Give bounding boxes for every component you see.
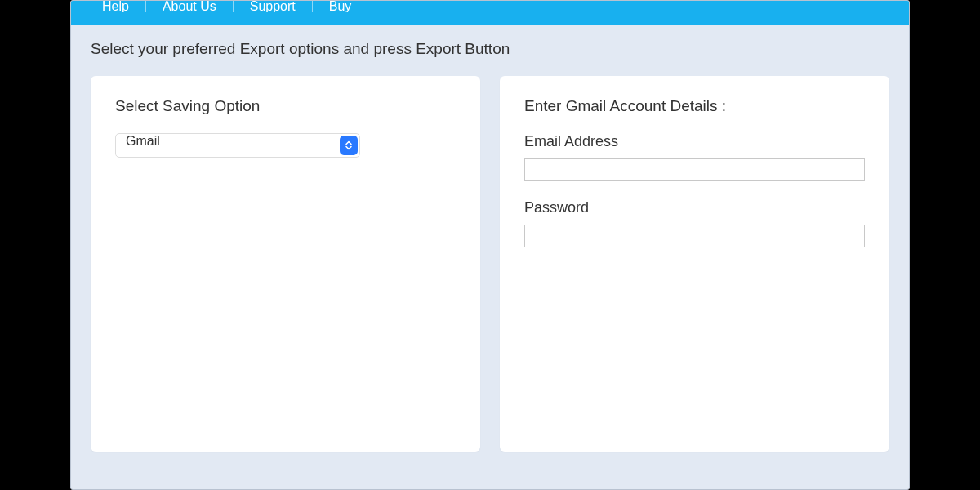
saving-option-select[interactable]: Gmail	[115, 133, 360, 158]
account-details-title: Enter Gmail Account Details :	[524, 97, 865, 115]
password-label: Password	[524, 199, 865, 216]
email-input[interactable]	[524, 158, 865, 181]
saving-option-title: Select Saving Option	[115, 97, 456, 115]
instruction-text: Select your preferred Export options and…	[91, 40, 889, 58]
email-field-group: Email Address	[524, 133, 865, 181]
top-menu: Help About Us Support Buy	[71, 1, 909, 25]
menu-support[interactable]: Support	[234, 1, 313, 12]
password-field-group: Password	[524, 199, 865, 247]
password-input[interactable]	[524, 225, 865, 247]
menu-help[interactable]: Help	[86, 1, 146, 12]
saving-option-panel: Select Saving Option Gmail	[91, 76, 480, 452]
content-area: Select your preferred Export options and…	[71, 25, 909, 466]
menu-buy[interactable]: Buy	[313, 1, 368, 12]
account-details-panel: Enter Gmail Account Details : Email Addr…	[500, 76, 889, 452]
saving-option-select-wrapper: Gmail	[115, 133, 360, 158]
panels-container: Select Saving Option Gmail Enter Gmail A…	[91, 76, 889, 452]
menu-about-us[interactable]: About Us	[146, 1, 234, 12]
email-label: Email Address	[524, 133, 865, 150]
app-window: Help About Us Support Buy Select your pr…	[70, 0, 910, 490]
